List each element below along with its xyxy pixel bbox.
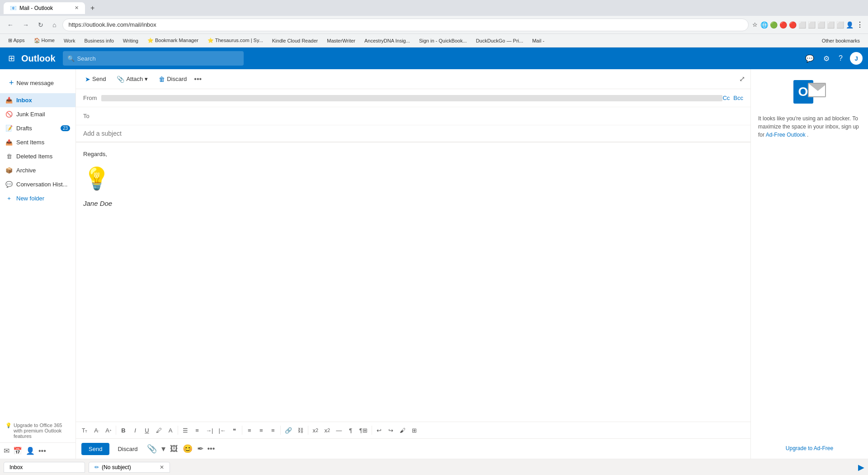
people-footer-icon[interactable]: 👤 <box>26 446 35 455</box>
active-tab[interactable]: 📧 Mail - Outlook ✕ <box>4 2 85 14</box>
sidebar-item-drafts[interactable]: 📝 Drafts 23 <box>0 121 75 135</box>
help-icon[interactable]: ? <box>837 52 844 64</box>
nav-refresh-button[interactable]: ↻ <box>35 19 46 30</box>
new-tab-button[interactable]: + <box>87 4 98 12</box>
bookmark-home[interactable]: 🏠 Home <box>30 37 58 44</box>
sidebar-item-junk[interactable]: 🚫 Junk Email <box>0 107 75 121</box>
to-input[interactable] <box>101 113 743 119</box>
search-box[interactable]: 🔍 <box>63 51 244 66</box>
deleted-icon: 🗑 <box>5 153 13 160</box>
attach-bottom-icon[interactable]: 📎 <box>146 442 158 455</box>
fmt-align-center[interactable]: ≡ <box>256 425 267 436</box>
send-button[interactable]: Send <box>81 443 109 455</box>
bookmark-business[interactable]: Business info <box>80 37 117 44</box>
bookmark-thesaurus[interactable]: ⭐ Thesaurus.com | Sy... <box>204 37 267 44</box>
toolbar-more-button[interactable]: ••• <box>194 75 202 83</box>
fmt-align-left[interactable]: ≡ <box>244 425 255 436</box>
discard-toolbar-button[interactable]: 🗑 Discard <box>155 74 190 85</box>
user-avatar[interactable]: J <box>850 52 863 65</box>
fmt-subscript[interactable]: x2 <box>322 425 333 436</box>
bookmark-bookmark-manager[interactable]: ⭐ Bookmark Manager <box>144 37 202 44</box>
fmt-paint-format[interactable]: 🖌 <box>397 425 408 436</box>
fmt-quote[interactable]: ❝ <box>229 425 240 436</box>
fmt-superscript[interactable]: x2 <box>310 425 321 436</box>
fmt-redo[interactable]: ↪ <box>386 425 396 436</box>
fmt-paragraph[interactable]: ¶⊞ <box>357 425 370 436</box>
sidebar-item-deleted[interactable]: 🗑 Deleted Items <box>0 149 75 163</box>
status-send-icon[interactable]: ▶ <box>858 463 864 472</box>
fmt-highlight[interactable]: 🖊 <box>153 425 164 436</box>
tab-close[interactable]: ✕ <box>75 5 79 11</box>
skype-icon[interactable]: 💬 <box>803 52 816 65</box>
cc-button[interactable]: Cc <box>722 95 730 101</box>
menu-dots[interactable]: ⋮ <box>856 20 863 29</box>
emoji-bottom-icon[interactable]: 😊 <box>181 442 194 455</box>
upgrade-notice[interactable]: 💡 Upgrade to Office 365 with premium Out… <box>0 419 75 442</box>
email-body[interactable]: Regards, 💡 Jane Doe <box>76 142 750 422</box>
fmt-numbered-list[interactable]: ≡ <box>192 425 203 436</box>
sidebar-item-archive[interactable]: 📦 Archive <box>0 163 75 177</box>
fmt-align-right[interactable]: ≡ <box>268 425 278 436</box>
status-tab-inbox[interactable]: Inbox <box>4 462 85 473</box>
fmt-decrease-font[interactable]: A- <box>91 425 102 436</box>
fmt-table[interactable]: ⊞ <box>409 425 420 436</box>
mail-footer-icon[interactable]: ✉ <box>4 446 9 455</box>
fmt-outdent[interactable]: |← <box>216 425 228 436</box>
bookmark-masterwriter[interactable]: MasterWriter <box>323 37 359 44</box>
subject-input[interactable] <box>83 130 743 137</box>
discard-button[interactable]: Discard <box>113 443 142 455</box>
fmt-link[interactable]: 🔗 <box>283 425 294 436</box>
address-bar[interactable]: https://outlook.live.com/mail/inbox <box>62 19 749 31</box>
attach-dropdown-icon: ▾ <box>145 76 148 82</box>
attach-toolbar-button[interactable]: 📎 Attach ▾ <box>113 74 151 85</box>
bookmark-writing[interactable]: Writing <box>119 37 142 44</box>
settings-icon[interactable]: ⚙ <box>821 52 831 65</box>
sidebar-item-inbox[interactable]: 📥 Inbox <box>0 93 75 107</box>
status-right: ▶ <box>858 462 864 472</box>
upgrade-to-ad-free-link[interactable]: Upgrade to Ad-Free <box>786 445 833 451</box>
send-toolbar-button[interactable]: ➤ Send <box>81 74 109 85</box>
fmt-indent[interactable]: →| <box>203 425 215 436</box>
star-icon[interactable]: ☆ <box>752 21 758 28</box>
expand-icon[interactable]: ⤢ <box>739 75 745 83</box>
bookmark-ancestry[interactable]: AncestryDNA Insig... <box>361 37 414 44</box>
bookmark-mail[interactable]: Mail - <box>528 37 548 44</box>
bookmark-duckduckgo[interactable]: DuckDuckGo — Pri... <box>472 37 527 44</box>
bookmark-apps[interactable]: ⊞ Apps <box>5 37 28 44</box>
status-tab-draft[interactable]: ✏ (No subject) ✕ <box>89 462 170 473</box>
more-footer-icon[interactable]: ••• <box>38 447 46 455</box>
ad-free-link[interactable]: Ad-Free Outlook <box>766 132 806 138</box>
fmt-underline[interactable]: U <box>142 425 152 436</box>
nav-back-button[interactable]: ← <box>5 19 16 30</box>
bookmark-quickbooks[interactable]: Sign in - QuickBook... <box>415 37 471 44</box>
fmt-bullet-list[interactable]: ☰ <box>180 425 191 436</box>
bcc-button[interactable]: Bcc <box>733 95 743 101</box>
sidebar-item-conversation[interactable]: 💬 Conversation Hist... <box>0 177 75 191</box>
status-tab-close-icon[interactable]: ✕ <box>160 464 164 470</box>
more-bottom-button[interactable]: ••• <box>207 445 215 453</box>
fmt-remove-link[interactable]: ⛓ <box>295 425 306 436</box>
calendar-footer-icon[interactable]: 📅 <box>13 446 22 455</box>
fmt-undo[interactable]: ↩ <box>374 425 385 436</box>
sidebar-item-sent[interactable]: 📤 Sent Items <box>0 135 75 149</box>
fmt-bold[interactable]: B <box>118 425 129 436</box>
search-input[interactable] <box>77 55 239 62</box>
new-message-button[interactable]: + New message <box>4 75 72 91</box>
bookmark-other[interactable]: Other bookmarks <box>818 37 863 44</box>
bookmark-work[interactable]: Work <box>60 37 79 44</box>
fmt-horizontal-rule[interactable]: — <box>334 425 344 436</box>
nav-home-button[interactable]: ⌂ <box>50 19 59 30</box>
fmt-increase-font[interactable]: A+ <box>103 425 114 436</box>
fmt-italic[interactable]: I <box>130 425 141 436</box>
fmt-font-color[interactable]: A <box>165 425 176 436</box>
upgrade-text: Upgrade to Office 365 with premium Outlo… <box>14 423 70 439</box>
app-grid-icon[interactable]: ⊞ <box>5 51 18 66</box>
nav-forward-button[interactable]: → <box>20 19 32 30</box>
signature-bottom-icon[interactable]: ✒ <box>196 442 205 455</box>
bookmark-kindle[interactable]: Kindle Cloud Reader <box>269 37 322 44</box>
fmt-format-marks[interactable]: ¶ <box>345 425 356 436</box>
attach-dropdown-btn[interactable]: ▾ <box>160 442 167 455</box>
sidebar-item-new-folder[interactable]: + New folder <box>0 191 75 205</box>
image-bottom-icon[interactable]: 🖼 <box>169 443 179 455</box>
fmt-font-style[interactable]: TT <box>80 425 90 436</box>
